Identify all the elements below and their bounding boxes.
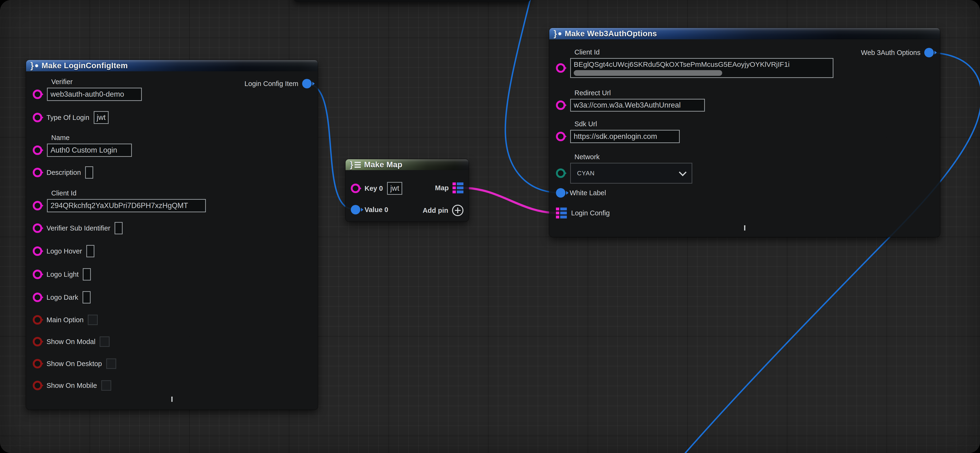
node-make-loginconfigitem[interactable]: } Make LoginConfigItem Login Config Item… bbox=[26, 60, 318, 410]
logo-dark-input[interactable] bbox=[83, 291, 91, 304]
node-title: Make Map bbox=[364, 160, 402, 169]
pin-label-main-option: Main Option bbox=[46, 316, 83, 324]
input-pin-description[interactable] bbox=[33, 168, 42, 177]
input-pin-logo-light[interactable] bbox=[33, 269, 42, 279]
input-pin-login-config[interactable] bbox=[556, 207, 567, 219]
description-input[interactable] bbox=[85, 166, 93, 179]
client-id-text: BEglQSgt4cUWcj6SKRdu5QkOXTsePmMcusG5EAoy… bbox=[574, 60, 830, 68]
input-pin-main-option[interactable] bbox=[33, 315, 42, 325]
output-pin-login-config-item[interactable] bbox=[302, 79, 312, 89]
logo-light-input[interactable] bbox=[83, 268, 91, 280]
chevron-down-icon bbox=[679, 168, 687, 176]
pin-label-logo-hover: Logo Hover bbox=[46, 247, 82, 255]
client-id-input[interactable]: BEglQSgt4cUWcj6SKRdu5QkOXTsePmMcusG5EAoy… bbox=[570, 58, 834, 78]
node-header-make-loginconfigitem[interactable]: } Make LoginConfigItem bbox=[26, 60, 318, 71]
input-pin-white-label[interactable] bbox=[556, 188, 565, 198]
input-pin-verifier-sub-identifier[interactable] bbox=[33, 223, 42, 233]
verifier-input[interactable]: web3auth-auth0-demo bbox=[47, 88, 142, 101]
output-pin-label: Login Config Item bbox=[245, 80, 298, 88]
show-on-modal-checkbox[interactable] bbox=[100, 336, 110, 347]
pin-row-logo-dark: Logo Dark bbox=[33, 291, 91, 304]
blueprint-graph-canvas[interactable]: } Make LoginConfigItem Login Config Item… bbox=[0, 0, 980, 453]
node-header-make-web3authoptions[interactable]: } Make Web3AuthOptions bbox=[549, 28, 940, 39]
pin-label-verifier-sub-identifier: Verifier Sub Identifier bbox=[46, 224, 110, 232]
output-row-login-config-item: Login Config Item bbox=[245, 77, 312, 90]
output-row-web3auth-options: Web 3Auth Options bbox=[861, 46, 934, 59]
pin-row-sdk-url: Sdk Url https://sdk.openlogin.com bbox=[556, 120, 680, 143]
pin-row-network: Network CYAN bbox=[556, 153, 692, 184]
pin-row-main-option: Main Option bbox=[33, 313, 98, 326]
network-selected-value: CYAN bbox=[577, 169, 595, 177]
pin-label-redirect-url: Redirect Url bbox=[574, 89, 705, 97]
input-pin-client-id[interactable] bbox=[556, 63, 565, 73]
pin-row-verifier-sub-identifier: Verifier Sub Identifier bbox=[33, 222, 123, 235]
pin-row-verifier: Verifier web3auth-auth0-demo bbox=[33, 78, 142, 101]
pin-row-login-config: Login Config bbox=[556, 206, 610, 220]
key-0-input[interactable]: jwt bbox=[387, 182, 402, 195]
client-id-input[interactable]: 294QRkchfq2YaXUbPri7D6PH7xzHgQMT bbox=[47, 199, 206, 212]
verifier-sub-identifier-input[interactable] bbox=[115, 222, 123, 234]
input-pin-show-on-modal[interactable] bbox=[33, 337, 42, 346]
pin-row-show-on-modal: Show On Modal bbox=[33, 335, 110, 348]
pin-label-type-of-login: Type Of Login bbox=[46, 114, 89, 122]
name-input[interactable]: Auth0 Custom Login bbox=[47, 144, 132, 157]
network-dropdown[interactable]: CYAN bbox=[570, 163, 692, 184]
input-pin-logo-dark[interactable] bbox=[33, 293, 42, 302]
wire-map-to-loginconfig[interactable] bbox=[462, 188, 558, 213]
pin-label-show-on-mobile: Show On Mobile bbox=[46, 382, 97, 390]
pin-label-logo-light: Logo Light bbox=[46, 271, 78, 279]
input-pin-sdk-url[interactable] bbox=[556, 132, 565, 141]
type-of-login-input[interactable]: jwt bbox=[94, 111, 109, 124]
input-pin-show-on-mobile[interactable] bbox=[33, 381, 42, 390]
input-pin-type-of-login[interactable] bbox=[33, 113, 42, 122]
make-struct-icon: } bbox=[30, 61, 38, 71]
node-header-make-map[interactable]: } Make Map bbox=[345, 159, 469, 170]
output-pin-label-map: Map bbox=[435, 184, 449, 192]
make-map-icon: } bbox=[350, 160, 361, 169]
input-pin-redirect-url[interactable] bbox=[556, 100, 565, 110]
input-pin-logo-hover[interactable] bbox=[33, 246, 42, 256]
input-pin-key-0[interactable] bbox=[351, 184, 360, 193]
collapse-node-button[interactable] bbox=[744, 226, 745, 231]
node-make-map[interactable]: } Make Map Key 0 jwt Map Value 0 Add pin bbox=[345, 159, 469, 222]
output-pin-web3auth-options[interactable] bbox=[924, 48, 934, 57]
pin-row-type-of-login: Type Of Login jwt bbox=[33, 111, 109, 124]
pin-row-client-id: Client Id 294QRkchfq2YaXUbPri7D6PH7xzHgQ… bbox=[33, 189, 206, 212]
client-id-scrollbar[interactable] bbox=[574, 70, 722, 76]
sdk-url-input[interactable]: https://sdk.openlogin.com bbox=[570, 130, 680, 143]
pin-label-name: Name bbox=[51, 134, 132, 142]
pin-row-white-label: White Label bbox=[556, 186, 606, 200]
pin-label-show-on-modal: Show On Modal bbox=[46, 338, 95, 346]
node-title: Make LoginConfigItem bbox=[41, 61, 128, 70]
add-pin-row: Add pin bbox=[423, 204, 463, 217]
input-pin-verifier[interactable] bbox=[33, 90, 42, 99]
pin-row-client-id: Client Id BEglQSgt4cUWcj6SKRdu5QkOXTsePm… bbox=[556, 48, 834, 78]
pin-label-client-id: Client Id bbox=[51, 189, 206, 197]
show-on-desktop-checkbox[interactable] bbox=[106, 358, 116, 369]
pin-label-client-id: Client Id bbox=[574, 48, 834, 56]
input-pin-show-on-desktop[interactable] bbox=[33, 359, 42, 368]
input-pin-network[interactable] bbox=[556, 168, 565, 178]
node-make-web3authoptions[interactable]: } Make Web3AuthOptions Web 3Auth Options… bbox=[549, 28, 940, 237]
output-pin-map[interactable] bbox=[452, 182, 463, 193]
pin-row-key-0: Key 0 jwt bbox=[351, 182, 402, 195]
redirect-url-input[interactable]: w3a://com.w3a.Web3AuthUnreal bbox=[570, 99, 705, 112]
add-pin-button[interactable] bbox=[452, 205, 463, 216]
pin-label-verifier: Verifier bbox=[51, 78, 142, 86]
pin-label-key-0: Key 0 bbox=[364, 185, 383, 192]
show-on-mobile-checkbox[interactable] bbox=[101, 380, 111, 391]
main-option-checkbox[interactable] bbox=[88, 315, 98, 325]
collapse-node-button[interactable] bbox=[172, 398, 173, 402]
output-row-map: Map bbox=[435, 181, 463, 195]
input-pin-client-id[interactable] bbox=[33, 201, 42, 211]
input-pin-value-0[interactable] bbox=[351, 205, 360, 214]
offscreen-node-top[interactable] bbox=[294, 0, 531, 2]
output-pin-label: Web 3Auth Options bbox=[861, 49, 921, 57]
pin-row-show-on-desktop: Show On Desktop bbox=[33, 357, 116, 370]
pin-label-network: Network bbox=[574, 153, 692, 161]
pin-row-name: Name Auth0 Custom Login bbox=[33, 134, 132, 157]
pin-row-redirect-url: Redirect Url w3a://com.w3a.Web3AuthUnrea… bbox=[556, 89, 705, 112]
logo-hover-input[interactable] bbox=[86, 245, 94, 257]
input-pin-name[interactable] bbox=[33, 146, 42, 155]
add-pin-label: Add pin bbox=[423, 207, 448, 214]
